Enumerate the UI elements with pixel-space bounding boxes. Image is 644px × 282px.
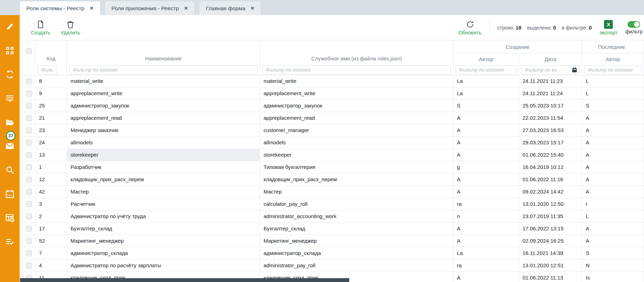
table-row[interactable]: 23Менеджер заказчикcustomer_managerA27.0…	[23, 124, 644, 137]
table-stats: строки:18 выделено:0 в фильтре:0	[497, 25, 592, 31]
row-checkbox[interactable]	[26, 250, 32, 256]
row-checkbox[interactable]	[26, 103, 32, 109]
row-checkbox-cell	[23, 247, 35, 259]
cell-service-name: администратор_закупок	[260, 100, 453, 112]
table-row[interactable]: 52Маркетинг_менеджерМаркетинг_менеджерA0…	[23, 235, 644, 247]
task-list-icon[interactable]	[5, 236, 15, 247]
column-header-created-date[interactable]: Дата	[519, 53, 582, 65]
cell-code: 13	[35, 149, 67, 161]
qr-code-icon[interactable]	[5, 45, 15, 56]
export-list-icon[interactable]	[5, 93, 15, 104]
cell-last-author: Is	[582, 272, 644, 282]
filter-cell-created-author	[453, 65, 519, 75]
row-checkbox[interactable]	[26, 201, 32, 207]
cell-last-author: L	[582, 75, 644, 87]
row-checkbox-cell	[23, 260, 35, 271]
filtered-count: в фильтре:0	[562, 25, 592, 31]
close-icon[interactable]: ✕	[184, 6, 188, 11]
table-row[interactable]: 8material_writematerial_writeLa24.11.202…	[23, 75, 644, 87]
table-row[interactable]: 7администратор_складаадминистратор_склад…	[23, 247, 644, 260]
cell-created-author: A	[453, 223, 519, 235]
table-row[interactable]: 25администратор_закупокадминистратор_зак…	[23, 100, 644, 112]
horizontal-scrollbar-thumb[interactable]	[20, 278, 349, 282]
cell-created-date: 13.01.2020 12:50	[519, 198, 582, 210]
refresh-button[interactable]: Обновить	[458, 20, 482, 35]
mail-badge: 37	[6, 131, 15, 140]
mail-icon[interactable]	[5, 141, 15, 151]
report-table-icon[interactable]	[5, 212, 15, 223]
calendar-picker-icon[interactable]	[572, 67, 577, 73]
table-row[interactable]: 42МастерМастерA09.02.2024 14:42A	[23, 186, 644, 198]
filter-input-created-date[interactable]	[521, 65, 580, 74]
row-checkbox[interactable]	[26, 127, 32, 133]
cell-code: 3	[35, 198, 67, 210]
row-checkbox[interactable]	[26, 177, 32, 183]
table-row[interactable]: 21appreplacement_readappreplacement_read…	[23, 112, 644, 124]
cell-created-author: A	[453, 186, 519, 198]
group-header-last: Последние	[582, 40, 644, 53]
export-button[interactable]: X экспорт	[599, 20, 617, 35]
table-row[interactable]: 9appreplacement_writeappreplacement_writ…	[23, 87, 644, 100]
tab-system-roles[interactable]: Роли системы - Реестр ✕	[20, 1, 100, 15]
cell-created-author: n	[453, 210, 519, 222]
table-row[interactable]: 4Администратор по расчёту зарплатыadmini…	[23, 260, 644, 272]
cell-created-date: 23.07.2019 11:35	[519, 210, 582, 222]
filter-input-name[interactable]	[69, 65, 258, 74]
sync-icon[interactable]	[5, 69, 15, 80]
tab-main-form[interactable]: Главная форма ✕	[199, 1, 260, 15]
table-row[interactable]: 24allmodelsallmodelsA29.03.2023 15:17A	[23, 137, 644, 149]
delete-button[interactable]: Удалить	[61, 20, 80, 35]
column-header-last-author[interactable]: Автор	[582, 53, 644, 65]
filter-input-last-author[interactable]	[584, 65, 642, 74]
table-header: Код Наименование Служебное имя (из файла…	[23, 40, 644, 76]
create-button[interactable]: Создать	[31, 20, 50, 35]
row-checkbox-cell	[23, 100, 35, 112]
filter-cell-last-author	[582, 65, 644, 75]
cell-last-author: A	[582, 173, 644, 185]
column-header-name[interactable]: Наименование	[67, 40, 260, 65]
row-checkbox[interactable]	[26, 152, 32, 158]
cell-created-date: 24.11.2021 11:24	[519, 87, 582, 99]
select-all-checkbox[interactable]	[26, 48, 32, 54]
cell-created-date: 17.06.2022 13:15	[519, 223, 582, 235]
table-row[interactable]: 1РазработчикТиповая бухгалтерияg16.04.20…	[23, 161, 644, 173]
tab-label: Главная форма	[206, 5, 245, 12]
table-row[interactable]: 3Расчетчикcalculator_pay_rollra13.01.202…	[23, 198, 644, 210]
row-checkbox[interactable]	[26, 238, 32, 244]
table-row[interactable]: 17Бухгалтер_складБухгалтер_складA17.06.2…	[23, 223, 644, 235]
row-checkbox[interactable]	[26, 140, 32, 146]
row-checkbox-cell	[23, 124, 35, 136]
search-icon[interactable]	[5, 165, 15, 175]
row-checkbox[interactable]	[26, 214, 32, 219]
cell-created-date: 24.11.2021 11:23	[519, 75, 582, 87]
tab-app-roles[interactable]: Роли приложения - Реестр ✕	[105, 1, 194, 15]
column-header-service-name[interactable]: Служебное имя (из файла roles.json)	[260, 40, 453, 65]
row-checkbox[interactable]	[26, 189, 32, 195]
cell-created-date: 09.02.2024 14:42	[519, 186, 582, 198]
row-checkbox[interactable]	[26, 78, 32, 84]
row-checkbox[interactable]	[26, 164, 32, 170]
filter-input-service-name[interactable]	[262, 65, 451, 74]
column-header-code[interactable]: Код	[35, 40, 67, 65]
row-checkbox[interactable]	[26, 91, 32, 97]
row-checkbox[interactable]	[26, 226, 32, 232]
roles-table: Код Наименование Служебное имя (из файла…	[22, 40, 644, 282]
folder-icon[interactable]	[5, 117, 15, 127]
close-icon[interactable]: ✕	[90, 6, 94, 11]
edit-pencil-icon[interactable]	[5, 21, 15, 32]
filter-input-created-author[interactable]	[456, 65, 517, 74]
cell-service-name: Маркетинг_менеджер	[260, 235, 453, 247]
toggle-on-icon[interactable]	[628, 21, 640, 28]
filter-input-code[interactable]	[38, 65, 57, 74]
table-row[interactable]: 2Администратор по учёту трудаadministrat…	[23, 210, 644, 223]
export-button-label: экспорт	[599, 30, 617, 35]
table-row[interactable]: 13storekeeperstorekeeperA01.06.2022 15:4…	[23, 149, 644, 161]
calendar-icon[interactable]	[5, 189, 15, 199]
close-icon[interactable]: ✕	[251, 6, 254, 11]
table-row[interactable]: 12кладовщик_прих_расх_перемкладовщик_при…	[23, 173, 644, 186]
filter-toggle[interactable]: фильтр	[625, 21, 643, 34]
cell-last-author: S	[582, 100, 644, 112]
row-checkbox[interactable]	[26, 115, 32, 121]
column-header-created-author[interactable]: Автор	[453, 53, 519, 65]
row-checkbox[interactable]	[26, 263, 32, 269]
